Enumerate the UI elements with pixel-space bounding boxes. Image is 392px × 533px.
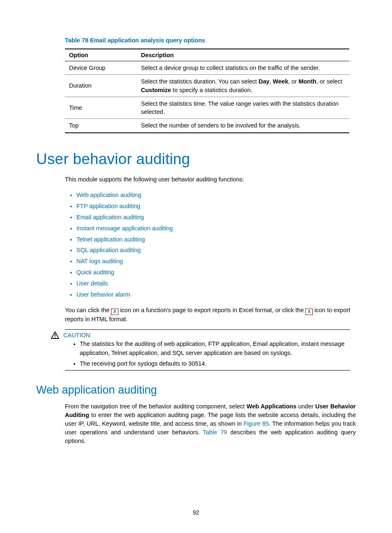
cell-option: Time bbox=[65, 97, 137, 119]
table-78-caption: Table 78 Email application analysis quer… bbox=[65, 37, 356, 44]
table-header-row: Option Description bbox=[65, 49, 349, 61]
link-user-behavior-alarm[interactable]: User behavior alarm bbox=[76, 291, 130, 298]
cell-desc: Select the statistics duration. You can … bbox=[137, 75, 349, 97]
bold: Customize bbox=[141, 87, 171, 93]
cell-desc: Select the number of senders to be invol… bbox=[137, 119, 349, 133]
link-quick-auditing[interactable]: Quick auditing bbox=[76, 269, 114, 276]
cell-desc: Select a device group to collect statist… bbox=[137, 61, 349, 75]
th-option: Option bbox=[65, 49, 137, 61]
txt: , bbox=[270, 78, 273, 85]
txt: under bbox=[296, 403, 315, 410]
bold: Day bbox=[258, 78, 270, 85]
web-application-paragraph: From the navigation tree of the behavior… bbox=[65, 402, 356, 445]
caution-rule-bottom bbox=[65, 370, 350, 371]
txt: , or bbox=[288, 78, 298, 85]
list-item: Telnet application auditing bbox=[76, 234, 356, 245]
auditing-links-list: Web application auditing FTP application… bbox=[65, 190, 356, 300]
link-user-details[interactable]: User details bbox=[76, 280, 108, 287]
bold: Month bbox=[298, 78, 316, 85]
caution-item: The receiving port for syslogs defaults … bbox=[80, 359, 351, 368]
list-item: Instant message application auditing bbox=[76, 223, 356, 234]
table-row: Duration Select the statistics duration.… bbox=[65, 75, 349, 97]
list-item: Web application auditing bbox=[76, 190, 356, 201]
link-figure-85[interactable]: Figure 85 bbox=[244, 420, 269, 427]
link-nat-logs-auditing[interactable]: NAT logs auditing bbox=[76, 258, 123, 264]
list-item: User details bbox=[76, 278, 356, 289]
cell-option: Duration bbox=[65, 75, 137, 97]
html-export-icon: X bbox=[305, 308, 313, 315]
link-instant-message-auditing[interactable]: Instant message application auditing bbox=[76, 225, 173, 232]
link-ftp-application-auditing[interactable]: FTP application auditing bbox=[76, 203, 140, 209]
list-item: User behavior alarm bbox=[76, 289, 356, 300]
bold: Week bbox=[273, 78, 288, 85]
caution-block: CAUTION: The statistics for the auditing… bbox=[51, 329, 351, 370]
cell-option: Top bbox=[65, 119, 137, 133]
cell-option: Device Group bbox=[65, 61, 137, 75]
table-row: Device Group Select a device group to co… bbox=[65, 61, 349, 75]
list-item: NAT logs auditing bbox=[76, 256, 356, 267]
svg-point-1 bbox=[55, 337, 55, 338]
heading-web-application-auditing: Web application auditing bbox=[36, 384, 356, 396]
link-table-79[interactable]: Table 79 bbox=[203, 429, 227, 436]
txt: You can click the bbox=[65, 307, 111, 313]
table-row: Top Select the number of senders to be i… bbox=[65, 119, 349, 133]
intro-text: This module supports the following user … bbox=[65, 175, 356, 184]
list-item: Quick auditing bbox=[76, 267, 356, 278]
list-item: FTP application auditing bbox=[76, 201, 356, 212]
txt: From the navigation tree of the behavior… bbox=[65, 403, 247, 410]
caution-label: CAUTION: bbox=[63, 332, 92, 338]
page: Table 78 Email application analysis quer… bbox=[0, 0, 392, 533]
table-row: Time Select the statistics time. The val… bbox=[65, 97, 349, 119]
heading-user-behavior-auditing: User behavior auditing bbox=[36, 151, 356, 168]
th-description: Description bbox=[137, 49, 349, 61]
excel-export-icon: X bbox=[111, 308, 118, 315]
link-telnet-application-auditing[interactable]: Telnet application auditing bbox=[76, 236, 145, 243]
page-number: 92 bbox=[0, 509, 392, 516]
bold: Web Applications bbox=[247, 403, 296, 410]
caution-list: The statistics for the auditing of web a… bbox=[71, 340, 351, 368]
txt: , or select bbox=[316, 78, 342, 85]
txt: icon on a function's page to export repo… bbox=[118, 307, 305, 313]
list-item: SQL application auditing bbox=[76, 245, 356, 256]
export-paragraph: You can click the X icon on a function's… bbox=[65, 306, 356, 324]
txt: to specify a statistics duration. bbox=[171, 87, 252, 93]
link-email-application-auditing[interactable]: Email application auditing bbox=[76, 214, 144, 220]
caution-item: The statistics for the auditing of web a… bbox=[80, 340, 351, 358]
caution-header: CAUTION: bbox=[51, 331, 351, 339]
table-78: Option Description Device Group Select a… bbox=[65, 49, 349, 133]
caution-triangle-icon bbox=[51, 331, 59, 339]
list-item: Email application auditing bbox=[76, 212, 356, 223]
link-web-application-auditing[interactable]: Web application auditing bbox=[76, 192, 141, 198]
caution-rule-top bbox=[65, 329, 350, 330]
txt: Select the statistics duration. You can … bbox=[141, 78, 258, 85]
link-sql-application-auditing[interactable]: SQL application auditing bbox=[76, 247, 141, 253]
cell-desc: Select the statistics time. The value ra… bbox=[137, 97, 349, 119]
